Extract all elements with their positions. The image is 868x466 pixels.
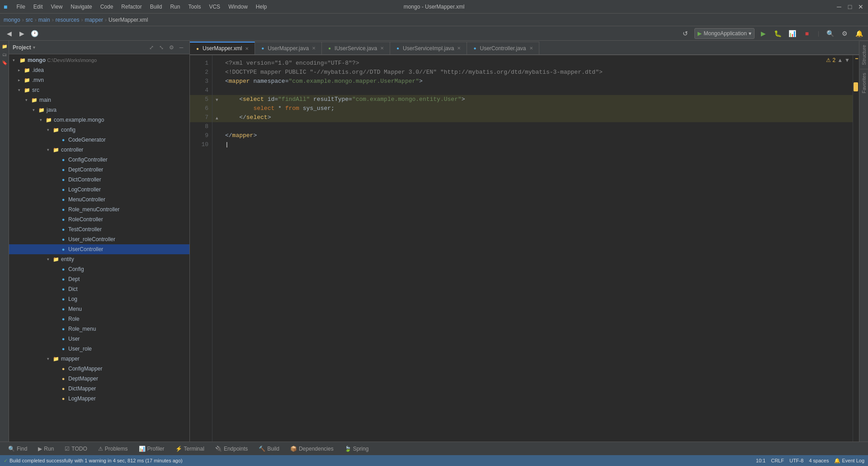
breadcrumb-item[interactable]: main — [38, 17, 50, 23]
structure-tab[interactable]: Structure — [860, 41, 868, 69]
run-coverage-button[interactable]: 📊 — [787, 28, 798, 39]
bottom-tab-spring[interactable]: 🍃 Spring — [340, 445, 373, 453]
tree-item[interactable]: ● DictMapper — [9, 384, 189, 394]
code-line[interactable]: </mapper> — [222, 131, 853, 140]
forward-button[interactable]: ▶ — [16, 28, 27, 39]
editor-tab-UserMapper-xml[interactable]: ● UserMapper.xml ✕ — [190, 42, 255, 54]
tab-close-button[interactable]: ✕ — [311, 45, 317, 52]
breadcrumb-item[interactable]: resources — [56, 17, 80, 23]
tree-item[interactable]: ▸ 📁 .idea — [9, 65, 189, 75]
show-options-button[interactable]: ⚙ — [167, 43, 176, 52]
tree-item[interactable]: ● Config — [9, 264, 189, 274]
panel-dropdown-icon[interactable]: ▾ — [33, 45, 35, 50]
tree-item[interactable]: ● Log — [9, 294, 189, 304]
run-config-dropdown[interactable]: ▶ MongoApplication ▾ — [694, 28, 754, 39]
code-line[interactable] — [222, 140, 853, 149]
code-line[interactable] — [222, 122, 853, 131]
expand-all-button[interactable]: ⤢ — [147, 43, 156, 52]
code-line[interactable]: <mapper namespace="com.example.mongo.map… — [222, 77, 853, 86]
event-log-button[interactable]: 🔔 Event Log — [834, 458, 864, 464]
tree-item[interactable]: ▾ 📁 main — [9, 95, 189, 105]
bottom-tab-terminal[interactable]: ⚡ Terminal — [171, 445, 209, 453]
code-line[interactable]: <select id="findAll" resultType="com.exa… — [222, 95, 853, 104]
back-button[interactable]: ◀ — [4, 28, 14, 39]
close-button[interactable]: ✕ — [857, 3, 864, 10]
stop-button[interactable]: ■ — [802, 28, 812, 39]
editor-tab-UserMapper-java[interactable]: ● UserMapper.java ✕ — [255, 42, 322, 54]
bottom-tab-profiler[interactable]: 📊 Profiler — [134, 445, 169, 453]
tree-root[interactable]: ▾ 📁 mongo C:\Devs\Works\mongo — [9, 55, 189, 65]
menu-item-refactor[interactable]: Refactor — [118, 3, 145, 11]
menu-item-window[interactable]: Window — [225, 3, 251, 11]
bottom-tab-endpoints[interactable]: 🔌 Endpoints — [211, 445, 252, 453]
tree-item[interactable]: ▾ 📁 com.example.mongo — [9, 115, 189, 125]
breadcrumb-item[interactable]: src — [26, 17, 33, 23]
tab-close-button[interactable]: ✕ — [379, 45, 385, 52]
rerun-button[interactable]: ↺ — [680, 28, 691, 39]
breadcrumb-item[interactable]: mongo — [4, 17, 20, 23]
tab-close-button[interactable]: ✕ — [456, 45, 462, 52]
code-line[interactable]: <?xml version="1.0" encoding="UTF-8"?> — [222, 59, 853, 68]
scroll-down-button[interactable]: ▼ — [844, 57, 850, 63]
menu-item-navigate[interactable]: Navigate — [67, 3, 95, 11]
collapse-all-button[interactable]: ⤡ — [157, 43, 166, 52]
editor-tab-UserController-java[interactable]: ● UserController.java ✕ — [467, 42, 539, 54]
tree-item[interactable]: ● TestController — [9, 224, 189, 234]
code-line[interactable]: <!DOCTYPE mapper PUBLIC "-//mybatis.org/… — [222, 68, 853, 77]
tree-item[interactable]: ▾ 📁 config — [9, 125, 189, 135]
tree-item[interactable]: ● DictController — [9, 175, 189, 185]
settings-button[interactable]: ⚙ — [839, 28, 850, 39]
tree-item[interactable]: ● CodeGenerator — [9, 135, 189, 145]
menu-item-file[interactable]: File — [13, 3, 28, 11]
search-button[interactable]: 🔍 — [825, 28, 835, 39]
tree-item[interactable]: ● Dict — [9, 284, 189, 294]
tab-close-button[interactable]: ✕ — [528, 45, 534, 52]
bottom-tab-todo[interactable]: ☑ TODO — [60, 445, 91, 453]
menu-item-build[interactable]: Build — [146, 3, 166, 11]
tree-item[interactable]: ● User_roleController — [9, 234, 189, 244]
tree-item[interactable]: ● User_role — [9, 344, 189, 354]
tree-item[interactable]: ● Role_menu — [9, 324, 189, 334]
bottom-tab-run[interactable]: ▶ Run — [33, 445, 58, 453]
tree-item[interactable]: ● UserController — [9, 244, 189, 254]
menu-item-code[interactable]: Code — [97, 3, 117, 11]
structure-icon[interactable]: 🗂 — [1, 51, 8, 58]
menu-item-help[interactable]: Help — [252, 3, 271, 11]
bottom-tab-build[interactable]: 🔨 Build — [254, 445, 284, 453]
code-line[interactable]: </select> — [222, 113, 853, 122]
fold-gutter-cell[interactable]: ▴ — [212, 113, 222, 122]
project-icon[interactable]: 📁 — [1, 43, 8, 50]
fold-marker[interactable]: ▴ — [216, 115, 218, 121]
editor-tab-UserServiceImpl-java[interactable]: ● UserServiceImpl.java ✕ — [390, 42, 467, 54]
code-editor[interactable]: <?xml version="1.0" encoding="UTF-8"?><!… — [222, 55, 853, 442]
tree-item[interactable]: ● LogMapper — [9, 394, 189, 404]
charset[interactable]: UTF-8 — [789, 458, 803, 463]
line-ending[interactable]: CRLF — [771, 458, 784, 463]
debug-button[interactable]: 🐛 — [773, 28, 783, 39]
notifications-button[interactable]: 🔔 — [854, 28, 864, 39]
tree-item[interactable]: ● ConfigMapper — [9, 364, 189, 374]
tree-item[interactable]: ● ConfigController — [9, 155, 189, 165]
scroll-up-button[interactable]: ▲ — [837, 57, 843, 63]
breadcrumb-item[interactable]: mapper — [85, 17, 103, 23]
menu-item-edit[interactable]: Edit — [30, 3, 47, 11]
tree-item[interactable]: ● User — [9, 334, 189, 344]
tree-item[interactable]: ● RoleController — [9, 214, 189, 224]
tree-item[interactable]: ▾ 📁 mapper — [9, 354, 189, 364]
tree-item[interactable]: ▸ 📁 .mvn — [9, 75, 189, 85]
bottom-tab-find[interactable]: 🔍 Find — [4, 445, 32, 453]
minimize-button[interactable]: ─ — [835, 3, 843, 10]
cursor-position[interactable]: 10:1 — [756, 458, 765, 463]
bookmark-icon[interactable]: 🔖 — [1, 59, 8, 66]
tree-item[interactable]: ▾ 📁 entity — [9, 254, 189, 264]
tree-item[interactable]: ● LogController — [9, 185, 189, 195]
tree-item[interactable]: ▾ 📁 java — [9, 105, 189, 115]
tree-item[interactable]: ● DeptController — [9, 165, 189, 175]
tree-item[interactable]: ▾ 📁 src — [9, 85, 189, 95]
indent-info[interactable]: 4 spaces — [809, 458, 829, 463]
editor-tab-IUserService-java[interactable]: ● IUserService.java ✕ — [322, 42, 390, 54]
recent-files-button[interactable]: 🕐 — [29, 28, 40, 39]
code-line[interactable] — [222, 86, 853, 95]
hide-panel-button[interactable]: ─ — [177, 43, 186, 52]
menu-item-vcs[interactable]: VCS — [205, 3, 224, 11]
